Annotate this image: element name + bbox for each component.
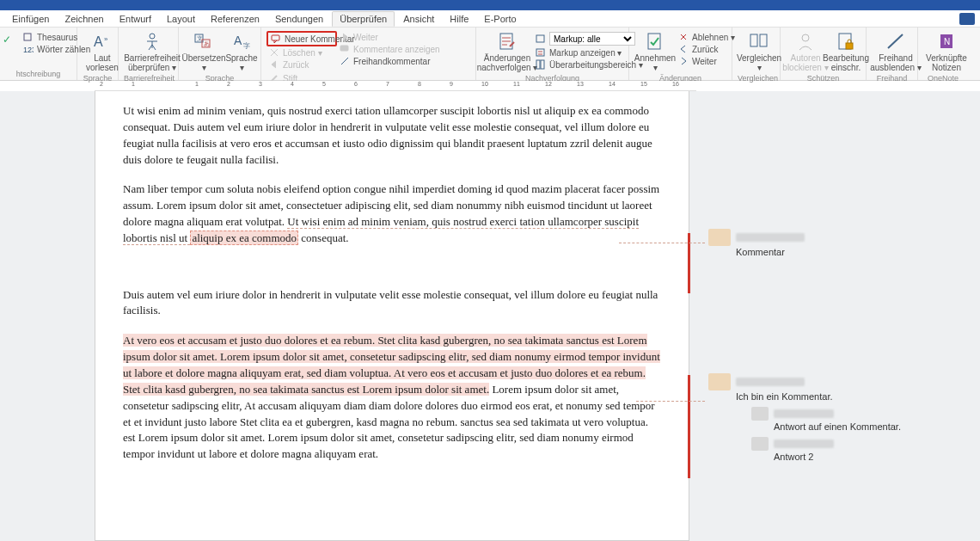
document-page[interactable]: Ut wisi enim ad minim veniam, quis nostr… bbox=[95, 91, 689, 541]
menu-hilfe[interactable]: Hilfe bbox=[443, 12, 475, 26]
menu-zeichnen[interactable]: Zeichnen bbox=[58, 12, 110, 26]
comment-connector-2 bbox=[636, 401, 705, 402]
menu-bar: Einfügen Zeichnen Entwurf Layout Referen… bbox=[0, 10, 980, 28]
menu-einfuegen[interactable]: Einfügen bbox=[5, 12, 56, 26]
translate-button[interactable]: 文あ Übersetzen ▾ bbox=[184, 29, 224, 74]
comment-author bbox=[736, 378, 805, 386]
svg-point-23 bbox=[802, 34, 809, 41]
show-comments-button[interactable]: Kommentare anzeigen bbox=[337, 43, 432, 55]
linked-notes-button[interactable]: N Verknüpfte Notizen bbox=[923, 29, 970, 74]
restrict-editing-button[interactable]: Bearbeitung einschr. bbox=[825, 29, 867, 74]
svg-text:A: A bbox=[234, 34, 242, 47]
reply-author bbox=[774, 409, 834, 418]
svg-text:123: 123 bbox=[23, 46, 34, 54]
menu-referenzen[interactable]: Referenzen bbox=[204, 12, 266, 26]
accept-button[interactable]: Annehmen ▾ bbox=[634, 29, 676, 74]
next-comment-button[interactable]: Weiter bbox=[337, 31, 432, 43]
spellcheck-button[interactable]: ✓ bbox=[5, 29, 21, 55]
comment-range-1[interactable]: aliquip ex ea commodo bbox=[190, 231, 298, 245]
avatar-icon bbox=[751, 437, 769, 451]
language-button[interactable]: A字 Sprache ▾ bbox=[224, 29, 260, 74]
paragraph-4[interactable]: At vero eos et accusam et justo duo dolo… bbox=[123, 333, 661, 463]
comment-bar-2 bbox=[688, 375, 690, 478]
svg-rect-21 bbox=[750, 34, 757, 46]
svg-rect-1 bbox=[24, 34, 31, 40]
menu-ueberpruefen[interactable]: Überprüfen bbox=[332, 11, 395, 27]
read-aloud-button[interactable]: A» Laut vorlesen bbox=[83, 29, 122, 74]
ribbon: ✓ Thesaurus 123Wörter zählen htschreibun… bbox=[0, 28, 980, 81]
svg-text:»: » bbox=[104, 35, 108, 43]
track-changes-button[interactable]: Änderungen nachverfolgen ▾ bbox=[481, 29, 533, 74]
svg-rect-22 bbox=[760, 34, 767, 46]
comment-author bbox=[736, 233, 805, 242]
prev-comment-button[interactable]: Zurück bbox=[266, 58, 337, 71]
svg-rect-25 bbox=[846, 43, 853, 49]
prev-change-button[interactable]: Zurück bbox=[676, 43, 738, 55]
svg-rect-13 bbox=[340, 46, 348, 51]
comment-card-1[interactable]: Kommentar bbox=[708, 229, 958, 257]
svg-rect-19 bbox=[541, 60, 544, 69]
next-change-button[interactable]: Weiter bbox=[676, 55, 738, 67]
menu-sendungen[interactable]: Sendungen bbox=[268, 12, 330, 26]
svg-text:字: 字 bbox=[243, 42, 250, 50]
menu-entwurf[interactable]: Entwurf bbox=[113, 12, 158, 26]
menu-eporto[interactable]: E-Porto bbox=[477, 12, 523, 26]
accessibility-check-button[interactable]: Barrierefreiheit überprüfen ▾ bbox=[124, 29, 181, 74]
block-authors-button[interactable]: Autoren blockieren ▾ bbox=[786, 29, 825, 74]
reply-author bbox=[774, 440, 834, 448]
svg-rect-20 bbox=[648, 34, 660, 49]
comment-reply-1[interactable]: Antwort auf einen Kommentar. bbox=[751, 407, 958, 432]
group-vergleichen-label: Vergleichen bbox=[738, 74, 775, 84]
document-workspace: Ut wisi enim ad minim veniam, quis nostr… bbox=[0, 91, 980, 541]
group-schuetzen-label: Schützen bbox=[786, 74, 861, 84]
group-freihand-label: Freihand bbox=[872, 74, 912, 84]
reject-button[interactable]: Ablehnen ▾ bbox=[676, 31, 738, 43]
group-spellcheck-label: htschreibung bbox=[5, 70, 71, 80]
svg-rect-18 bbox=[536, 60, 540, 69]
svg-text:文: 文 bbox=[197, 35, 203, 41]
svg-text:✓: ✓ bbox=[3, 34, 11, 46]
horizontal-ruler[interactable]: 2112345678910111213141516 bbox=[95, 81, 696, 91]
hide-ink-button[interactable]: Freihand ausblenden ▾ bbox=[872, 29, 920, 74]
svg-text:N: N bbox=[944, 37, 950, 46]
comment-text-1[interactable]: Kommentar bbox=[736, 247, 958, 257]
reply-text-2[interactable]: Antwort 2 bbox=[774, 452, 958, 462]
comment-card-2[interactable]: Ich bin ein Kommentar. Antwort auf einen… bbox=[708, 373, 958, 462]
avatar-icon bbox=[751, 407, 769, 421]
svg-point-5 bbox=[150, 34, 155, 39]
avatar-icon bbox=[708, 373, 731, 390]
paragraph-3[interactable]: Duis autem vel eum iriure dolor in hendr… bbox=[123, 287, 661, 320]
menu-ansicht[interactable]: Ansicht bbox=[396, 12, 441, 26]
group-onenote-label: OneNote bbox=[923, 74, 963, 84]
reply-text-1[interactable]: Antwort auf einen Kommentar. bbox=[774, 421, 958, 432]
avatar-icon bbox=[708, 229, 731, 246]
svg-text:あ: あ bbox=[204, 40, 210, 47]
svg-rect-17 bbox=[536, 49, 544, 56]
svg-text:A: A bbox=[94, 34, 103, 49]
new-comment-button[interactable]: Neuer Kommentar bbox=[266, 31, 337, 46]
paragraph-1[interactable]: Ut wisi enim ad minim veniam, quis nostr… bbox=[123, 103, 661, 168]
menu-layout[interactable]: Layout bbox=[160, 12, 202, 26]
comment-text-2[interactable]: Ich bin ein Kommentar. bbox=[736, 391, 958, 402]
title-bar bbox=[0, 0, 980, 10]
delete-comment-button[interactable]: Löschen ▾ bbox=[266, 46, 337, 58]
compare-button[interactable]: Vergleichen ▾ bbox=[738, 29, 781, 74]
svg-rect-12 bbox=[272, 35, 279, 40]
paragraph-2[interactable]: Nam liber tempor cum soluta nobis eleife… bbox=[123, 181, 661, 246]
comment-connector-1 bbox=[619, 243, 705, 243]
svg-rect-16 bbox=[536, 35, 544, 42]
comment-reply-2[interactable]: Antwort 2 bbox=[751, 437, 958, 462]
ink-comment-button[interactable]: Freihandkommentar bbox=[337, 55, 432, 67]
app-icon bbox=[959, 13, 975, 25]
